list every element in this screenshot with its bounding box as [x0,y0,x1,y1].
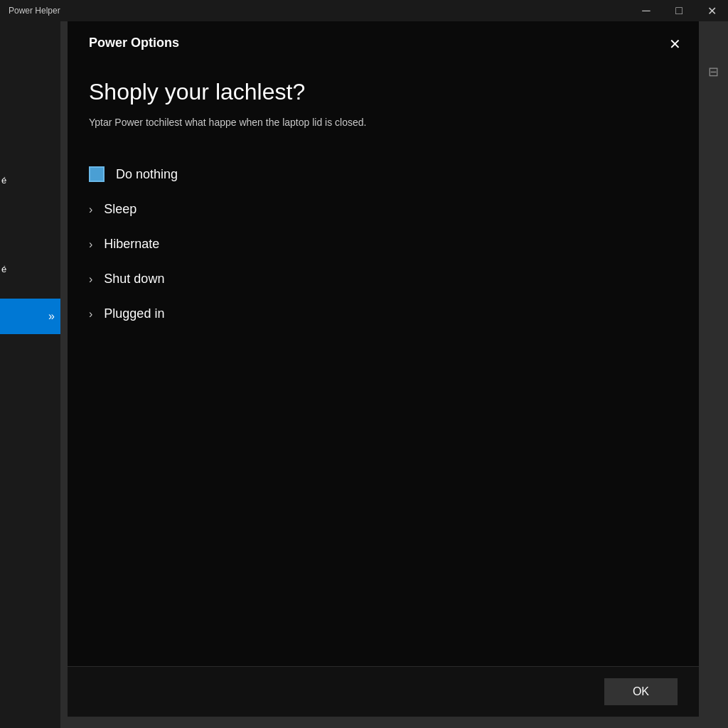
shut-down-label: Shut down [104,272,164,287]
do-nothing-label: Do nothing [116,167,178,182]
plugged-in-label: Plugged in [104,306,164,321]
sleep-chevron-icon: › [89,203,92,216]
titlebar-text: Power Helper [9,6,60,16]
maximize-button[interactable]: □ [663,0,695,21]
dialog-title: Power Options [89,36,179,50]
window-close-button[interactable]: ✕ [695,0,728,21]
hibernate-label: Hibernate [104,237,159,252]
dialog-header: Power Options ✕ [68,21,699,58]
option-shut-down[interactable]: › Shut down [89,262,678,296]
plugged-in-chevron-icon: › [89,308,92,321]
option-hibernate[interactable]: › Hibernate [89,227,678,262]
right-panel: ⊟ [699,21,728,717]
background-sidebar: é é » [0,21,60,728]
dialog: Power Options ✕ Shoply your lachlest? Yp… [68,21,699,717]
option-plugged-in[interactable]: › Plugged in [89,296,678,331]
shut-down-chevron-icon: › [89,273,92,286]
dialog-subtitle: Yptar Power tochilest what happe when th… [89,117,678,128]
right-panel-icon: ⊟ [708,64,719,80]
titlebar-controls: ─ □ ✕ [630,0,728,21]
titlebar: Power Helper ─ □ ✕ [0,0,728,21]
sidebar-label-bottom: é [0,263,13,276]
sidebar-active-item[interactable]: » [0,299,60,334]
dialog-close-button[interactable]: ✕ [662,31,687,57]
minimize-button[interactable]: ─ [630,0,663,21]
sleep-label: Sleep [104,202,136,217]
option-sleep[interactable]: › Sleep [89,192,678,227]
sidebar-chevron-icon: » [48,310,55,323]
option-do-nothing[interactable]: Do nothing [89,156,678,192]
dialog-body: Shoply your lachlest? Yptar Power tochil… [68,58,699,666]
dialog-footer: OK [68,666,699,717]
sidebar-label-top: é [0,174,13,187]
ok-button[interactable]: OK [604,678,678,705]
hibernate-chevron-icon: › [89,238,92,251]
dialog-heading: Shoply your lachlest? [89,79,678,105]
do-nothing-checkbox[interactable] [89,166,105,182]
options-list: Do nothing › Sleep › Hibernate › Shut do… [89,156,678,331]
